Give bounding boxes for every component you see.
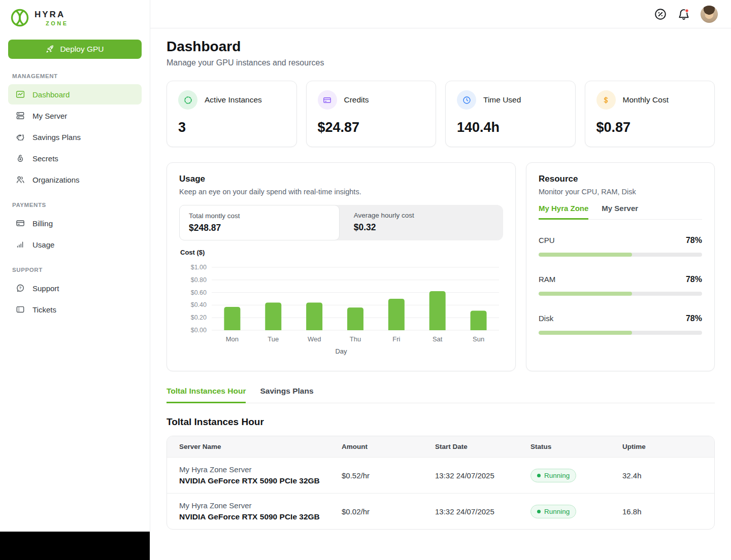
status-dot-icon bbox=[537, 510, 541, 513]
stat-label: Active Instances bbox=[205, 95, 262, 104]
status-badge: Running bbox=[530, 505, 576, 518]
dashboard-content: Dashboard Manage your GPU instances and … bbox=[150, 28, 731, 530]
brand-name: HYRA bbox=[35, 10, 69, 20]
stat-cards: Active Instances 3 Credits bbox=[167, 81, 715, 147]
svg-text:$0.80: $0.80 bbox=[191, 276, 207, 284]
tab-total-instances-hour[interactable]: Toltal Instances Hour bbox=[167, 387, 246, 403]
stat-label: Monthly Cost bbox=[623, 95, 669, 104]
avg-hourly-cost-value: $0.32 bbox=[354, 222, 491, 233]
sidebar-item-label: Tickets bbox=[32, 305, 56, 314]
sidebar-item-billing[interactable]: Billing bbox=[8, 213, 142, 233]
chart-x-axis-title: Day bbox=[179, 347, 503, 355]
topbar bbox=[150, 0, 731, 28]
col-start-date: Start Date bbox=[435, 436, 530, 457]
chart-y-axis-title: Cost ($) bbox=[179, 249, 503, 256]
cpu-progress-fill bbox=[539, 253, 632, 257]
col-status: Status bbox=[530, 436, 622, 457]
sidebar-item-label: Secrets bbox=[32, 154, 58, 163]
brand-logo[interactable]: HYRA ZONE bbox=[0, 0, 150, 32]
usage-subtitle: Keep an eye on your daily spend with rea… bbox=[179, 188, 503, 196]
svg-text:$0.20: $0.20 bbox=[191, 314, 207, 321]
tab-my-server[interactable]: My Server bbox=[602, 204, 638, 220]
sidebar-item-savings-plans[interactable]: Savings Plans bbox=[8, 127, 142, 147]
svg-text:$0.60: $0.60 bbox=[191, 289, 207, 296]
deploy-gpu-label: Deploy GPU bbox=[60, 45, 104, 54]
credit-card-icon bbox=[15, 218, 25, 228]
start-date-cell: 13:32 24/07/2025 bbox=[435, 464, 530, 487]
sidebar-item-organizations[interactable]: Organizations bbox=[8, 169, 142, 190]
notification-bell-icon[interactable] bbox=[677, 8, 690, 21]
table-row[interactable]: My Hyra Zone Server NVIDIA GeForce RTX 5… bbox=[167, 493, 714, 529]
server-name: My Hyra Zone Server bbox=[179, 465, 342, 474]
stat-card-active-instances: Active Instances 3 bbox=[167, 81, 297, 147]
stat-value: 3 bbox=[178, 120, 285, 135]
usage-panel: Usage Keep an eye on your daily spend wi… bbox=[167, 162, 516, 371]
instances-tabs: Toltal Instances Hour Savings Plans bbox=[167, 387, 715, 403]
disk-progress-fill bbox=[539, 331, 632, 335]
nav-section-support: SUPPORT bbox=[0, 256, 150, 277]
stat-value: 140.4h bbox=[457, 120, 564, 135]
sidebar-item-usage[interactable]: Usage bbox=[8, 234, 142, 255]
col-server-name: Server Name bbox=[167, 436, 342, 457]
stat-card-time-used: Time Used 140.4h bbox=[445, 81, 576, 147]
tab-my-hyra-zone[interactable]: My Hyra Zone bbox=[539, 204, 588, 220]
uptime-cell: 16.8h bbox=[622, 500, 714, 523]
bar-wed bbox=[306, 302, 322, 330]
ram-label: RAM bbox=[539, 275, 555, 284]
bar-thu bbox=[347, 307, 363, 330]
ram-progress-fill bbox=[539, 292, 632, 296]
rocket-icon bbox=[46, 45, 55, 54]
ticket-icon bbox=[15, 304, 25, 314]
page-title: Dashboard bbox=[167, 39, 715, 55]
usage-title: Usage bbox=[179, 174, 503, 184]
sidebar-item-secrets[interactable]: Secrets bbox=[8, 148, 142, 168]
sidebar-item-dashboard[interactable]: Dashboard bbox=[8, 84, 142, 104]
status-dot-icon bbox=[537, 474, 541, 477]
bar-sun bbox=[471, 311, 487, 330]
sidebar-item-label: Support bbox=[32, 284, 59, 293]
disk-value: 78% bbox=[686, 314, 702, 323]
dollar-icon bbox=[596, 90, 616, 110]
tab-savings-plans[interactable]: Savings Plans bbox=[260, 387, 313, 403]
lock-icon bbox=[15, 153, 25, 163]
nav-section-payments: PAYMENTS bbox=[0, 191, 150, 212]
disk-label: Disk bbox=[539, 314, 553, 323]
server-icon bbox=[15, 111, 25, 121]
total-monthly-cost-value: $248.87 bbox=[189, 223, 330, 233]
stat-label: Credits bbox=[344, 95, 369, 104]
col-amount: Amount bbox=[342, 436, 435, 457]
cpu-meter: CPU 78% bbox=[539, 236, 702, 257]
stat-value: $24.87 bbox=[318, 120, 425, 135]
sidebar-item-support[interactable]: ? Support bbox=[8, 278, 142, 298]
avg-hourly-cost-cell[interactable]: Average hourly cost $0.32 bbox=[340, 205, 500, 240]
svg-text:$1.00: $1.00 bbox=[191, 264, 207, 271]
amount-cell: $0.52/hr bbox=[342, 464, 435, 487]
bar-tue bbox=[265, 302, 281, 330]
stat-label: Time Used bbox=[483, 95, 521, 104]
bar-sat bbox=[429, 291, 446, 330]
sidebar-item-my-server[interactable]: My Server bbox=[8, 106, 142, 126]
resource-subtitle: Monitor your CPU, RAM, Disk bbox=[539, 188, 702, 196]
user-avatar[interactable] bbox=[701, 6, 718, 23]
sidebar: HYRA ZONE Deploy GPU MANAGEMENT Dashboar… bbox=[0, 0, 150, 560]
table-row[interactable]: My Hyra Zone Server NVIDIA GeForce RTX 5… bbox=[167, 457, 714, 493]
help-chat-icon: ? bbox=[15, 283, 25, 293]
bar-fri bbox=[388, 299, 405, 330]
hyra-logo-icon bbox=[10, 8, 29, 27]
sidebar-item-label: My Server bbox=[32, 112, 67, 120]
bar-mon bbox=[224, 307, 240, 330]
disk-progress-track bbox=[539, 331, 702, 335]
sidebar-item-tickets[interactable]: Tickets bbox=[8, 299, 142, 320]
notification-dot bbox=[685, 9, 689, 12]
sidebar-item-label: Usage bbox=[32, 240, 54, 249]
stat-card-monthly-cost: Monthly Cost $0.87 bbox=[585, 81, 715, 147]
avg-hourly-cost-label: Average hourly cost bbox=[354, 212, 491, 219]
deploy-gpu-button[interactable]: Deploy GPU bbox=[8, 40, 142, 59]
resource-meters: CPU 78% RAM 78% bbox=[539, 236, 702, 335]
table-header-row: Server Name Amount Start Date Status Upt… bbox=[167, 436, 714, 457]
dashboard-icon bbox=[15, 89, 25, 99]
clock-icon bbox=[457, 90, 476, 110]
total-monthly-cost-cell[interactable]: Total montly cost $248.87 bbox=[179, 205, 340, 240]
ram-value: 78% bbox=[686, 275, 702, 284]
discount-badge-icon[interactable] bbox=[654, 8, 667, 21]
